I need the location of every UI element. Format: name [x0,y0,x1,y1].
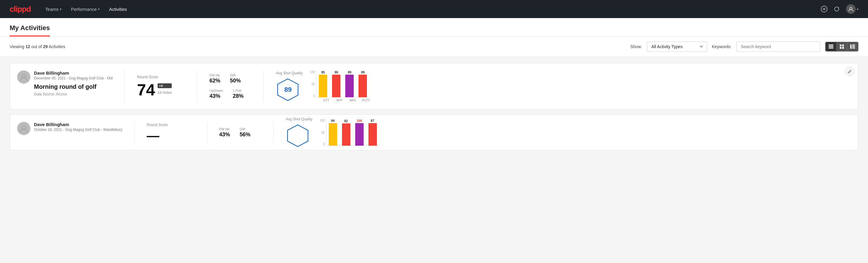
fw-hit-label-2: FW Hit [219,127,230,131]
divider-3 [264,70,264,102]
viewing-count-text: Viewing 12 out of 29 Activities [10,44,626,49]
fw-hit-label-1: FW Hit [209,74,220,77]
card-date-course-1: December 05, 2021 - Gog Magog Golf Club … [34,76,113,80]
nav-performance[interactable]: Performance ▾ [71,4,99,14]
svg-point-17 [22,126,26,129]
svg-rect-7 [840,45,841,46]
bar-chart-1: 100 50 0 85 90 [310,70,370,102]
nav-activities[interactable]: Activities [109,4,127,14]
divider-6 [273,122,274,143]
card-user-name-1: Dave Billingham [34,70,113,76]
fw-hit-value-1: 62% [209,78,220,84]
view-list-detail-button[interactable] [847,42,858,51]
performance-chevron-icon: ▾ [98,7,99,11]
gir-label-1: GIR [230,74,241,77]
bar-putt-2: 87 [368,119,377,146]
gir-value-2: 56% [240,132,251,138]
avg-score-value-1: 89 [284,86,291,94]
user-avatar-1 [17,70,30,84]
updown-label-1: Up/Down [209,89,223,92]
page-title: My Activities [10,18,50,36]
updown-value-1: 43% [209,93,223,99]
round-score-label-2: Round Score [147,123,195,127]
refresh-button[interactable] [833,6,840,12]
nav-teams[interactable]: Teams ▾ [45,4,61,14]
divider-5 [207,122,207,143]
gir-label-2: GIR [240,127,251,131]
avg-shot-quality-hexagon-2 [286,124,310,148]
user-menu-button[interactable]: ▾ [846,4,858,14]
nav-actions: ▾ [821,4,858,14]
stats-section-1: FW Hit 62% GIR 50% Up/Down 43% 1 Putt 28… [209,70,251,102]
bar-putt-1: 89 [359,70,367,97]
user-avatar-2 [17,122,30,135]
keywords-label: Keywords: [712,44,732,49]
score-badge-1: +4 [158,83,172,88]
score-section-2: Round Score — [147,122,195,143]
bar-arg-1: 89 [345,70,354,97]
score-holes-1: 18 Holes [158,91,172,95]
divider-4 [134,122,135,143]
round-score-label-1: Round Score [137,75,185,79]
score-value-1: 74 [137,82,155,98]
gir-value-1: 50% [230,78,241,84]
activity-card-1: Dave Billingham December 05, 2021 - Gog … [10,63,858,110]
activity-type-select[interactable]: All Activity Types [647,41,707,52]
score-section-1: Round Score 74 +4 18 Holes [137,70,185,102]
svg-rect-12 [852,45,855,46]
avg-shot-quality-label-1: Avg Shot Quality [276,71,303,75]
card-data-source-1: Data Source: Arccos [34,92,113,96]
svg-rect-13 [852,46,855,47]
svg-rect-4 [829,45,833,46]
quality-section-2: Avg Shot Quality 100 50 0 [286,122,851,143]
card-left-2: Dave Billingham October 16, 2021 - Gog M… [17,122,122,143]
search-input[interactable] [736,41,820,52]
oneputt-label-1: 1 Putt [233,89,244,92]
teams-chevron-icon: ▾ [60,7,61,11]
svg-marker-18 [287,125,308,147]
avg-shot-quality-hexagon-1: 89 [276,78,300,102]
card-user-name-2: Dave Billingham [34,122,122,127]
view-toggle [825,42,858,52]
divider-2 [197,70,197,102]
bar-arg-2: 106 [355,119,364,146]
view-list-compact-button[interactable] [826,42,837,51]
quality-section-1: Avg Shot Quality 89 100 50 0 [276,70,851,102]
edit-button-1[interactable] [845,67,855,77]
oneputt-value-1: 28% [233,93,244,99]
fw-hit-value-2: 43% [219,132,230,138]
svg-point-15 [22,74,26,78]
bar-chart-2: 100 50 0 94 82 10 [320,119,379,146]
card-user-details-1: Dave Billingham December 05, 2021 - Gog … [34,70,113,102]
score-value-2: — [147,129,159,142]
user-avatar-icon [846,4,856,14]
svg-rect-9 [840,47,841,49]
filter-bar: Viewing 12 out of 29 Activities Show: Al… [0,37,868,57]
user-chevron-icon: ▾ [857,7,858,11]
view-grid-button[interactable] [837,42,847,51]
navbar: clippd Teams ▾ Performance ▾ Activities [0,0,868,18]
card-user-details-2: Dave Billingham October 16, 2021 - Gog M… [34,122,122,143]
avg-shot-quality-label-2: Avg Shot Quality [286,117,312,121]
svg-rect-14 [852,48,855,49]
add-button[interactable] [821,6,828,12]
bar-app-2: 82 [342,119,350,146]
activities-list: Dave Billingham December 05, 2021 - Gog … [0,57,868,161]
svg-rect-11 [850,45,851,49]
card-left-1: Dave Billingham December 05, 2021 - Gog … [17,70,113,102]
card-date-course-2: October 16, 2021 - Gog Magog Golf Club -… [34,127,122,132]
card-activity-title-1: Morning round of golf [34,83,113,90]
bar-ott-2: 94 [329,119,337,146]
stats-section-2: FW Hit 43% GIR 56% [219,122,261,143]
svg-rect-5 [829,46,833,47]
activity-card-2: Dave Billingham October 16, 2021 - Gog M… [10,114,858,150]
bar-app-1: 90 [332,70,340,97]
svg-rect-10 [842,47,844,49]
page-header: My Activities [0,18,868,37]
bar-ott-1: 85 [319,70,327,97]
app-logo: clippd [10,4,31,14]
svg-rect-8 [842,45,844,46]
show-label: Show: [630,44,642,49]
svg-rect-6 [829,48,833,49]
